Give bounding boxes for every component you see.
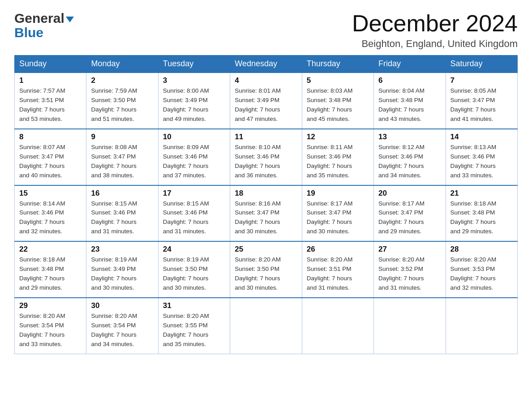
calendar-cell: 10Sunrise: 8:09 AMSunset: 3:46 PMDayligh…	[158, 129, 230, 185]
calendar-header-row: SundayMondayTuesdayWednesdayThursdayFrid…	[15, 56, 518, 73]
day-number: 9	[91, 133, 153, 141]
day-info: Sunrise: 7:59 AMSunset: 3:50 PMDaylight:…	[91, 86, 153, 124]
title-block: December 2024 Beighton, England, United …	[352, 11, 518, 50]
day-number: 2	[91, 76, 153, 85]
calendar-cell: 1Sunrise: 7:57 AMSunset: 3:51 PMDaylight…	[15, 73, 86, 129]
logo-triangle-icon	[66, 17, 74, 22]
calendar-cell: 27Sunrise: 8:20 AMSunset: 3:52 PMDayligh…	[374, 241, 446, 298]
day-number: 12	[307, 133, 369, 141]
day-info: Sunrise: 8:17 AMSunset: 3:47 PMDaylight:…	[378, 199, 441, 237]
day-info: Sunrise: 7:57 AMSunset: 3:51 PMDaylight:…	[19, 86, 82, 124]
day-number: 3	[163, 76, 225, 85]
calendar-cell: 5Sunrise: 8:03 AMSunset: 3:48 PMDaylight…	[302, 73, 373, 129]
col-header-wednesday: Wednesday	[230, 56, 302, 73]
calendar-cell: 15Sunrise: 8:14 AMSunset: 3:46 PMDayligh…	[15, 185, 86, 242]
day-info: Sunrise: 8:20 AMSunset: 3:52 PMDaylight:…	[378, 255, 441, 293]
calendar-cell: 31Sunrise: 8:20 AMSunset: 3:55 PMDayligh…	[158, 298, 230, 354]
day-number: 15	[19, 189, 82, 198]
col-header-sunday: Sunday	[15, 56, 86, 73]
calendar-week-row: 22Sunrise: 8:18 AMSunset: 3:48 PMDayligh…	[15, 241, 518, 298]
day-info: Sunrise: 8:15 AMSunset: 3:46 PMDaylight:…	[91, 199, 153, 237]
day-info: Sunrise: 8:14 AMSunset: 3:46 PMDaylight:…	[19, 199, 82, 237]
calendar-cell: 8Sunrise: 8:07 AMSunset: 3:47 PMDaylight…	[15, 129, 86, 185]
logo: General Blue	[14, 11, 74, 39]
day-info: Sunrise: 8:18 AMSunset: 3:48 PMDaylight:…	[450, 199, 513, 237]
calendar-cell: 20Sunrise: 8:17 AMSunset: 3:47 PMDayligh…	[374, 185, 446, 242]
calendar-cell: 16Sunrise: 8:15 AMSunset: 3:46 PMDayligh…	[86, 185, 158, 242]
calendar-cell	[230, 298, 302, 354]
day-number: 27	[378, 245, 441, 254]
col-header-tuesday: Tuesday	[158, 56, 230, 73]
month-title: December 2024	[352, 11, 518, 36]
calendar-cell: 11Sunrise: 8:10 AMSunset: 3:46 PMDayligh…	[230, 129, 302, 185]
day-number: 11	[235, 133, 297, 141]
calendar-cell: 18Sunrise: 8:16 AMSunset: 3:47 PMDayligh…	[230, 185, 302, 242]
calendar-cell: 24Sunrise: 8:19 AMSunset: 3:50 PMDayligh…	[158, 241, 230, 298]
day-number: 31	[163, 301, 225, 310]
calendar-cell: 9Sunrise: 8:08 AMSunset: 3:47 PMDaylight…	[86, 129, 158, 185]
calendar-table: SundayMondayTuesdayWednesdayThursdayFrid…	[14, 55, 518, 354]
calendar-cell: 30Sunrise: 8:20 AMSunset: 3:54 PMDayligh…	[86, 298, 158, 354]
day-info: Sunrise: 8:15 AMSunset: 3:46 PMDaylight:…	[163, 199, 225, 237]
calendar-cell	[374, 298, 446, 354]
calendar-cell: 17Sunrise: 8:15 AMSunset: 3:46 PMDayligh…	[158, 185, 230, 242]
day-info: Sunrise: 8:11 AMSunset: 3:46 PMDaylight:…	[307, 143, 369, 180]
calendar-week-row: 1Sunrise: 7:57 AMSunset: 3:51 PMDaylight…	[15, 73, 518, 129]
day-number: 4	[235, 76, 297, 85]
logo-general: General	[14, 11, 64, 26]
calendar-cell: 21Sunrise: 8:18 AMSunset: 3:48 PMDayligh…	[446, 185, 517, 242]
day-number: 23	[91, 245, 153, 254]
day-number: 10	[163, 133, 225, 141]
calendar-cell: 28Sunrise: 8:20 AMSunset: 3:53 PMDayligh…	[446, 241, 517, 298]
day-info: Sunrise: 8:19 AMSunset: 3:50 PMDaylight:…	[163, 255, 225, 293]
calendar-cell: 14Sunrise: 8:13 AMSunset: 3:46 PMDayligh…	[446, 129, 517, 185]
day-info: Sunrise: 8:04 AMSunset: 3:48 PMDaylight:…	[378, 86, 441, 124]
calendar-cell: 4Sunrise: 8:01 AMSunset: 3:49 PMDaylight…	[230, 73, 302, 129]
day-number: 17	[163, 189, 225, 198]
calendar-week-row: 29Sunrise: 8:20 AMSunset: 3:54 PMDayligh…	[15, 298, 518, 354]
day-number: 25	[235, 245, 297, 254]
day-info: Sunrise: 8:16 AMSunset: 3:47 PMDaylight:…	[235, 199, 297, 237]
day-info: Sunrise: 8:20 AMSunset: 3:50 PMDaylight:…	[235, 255, 297, 293]
day-info: Sunrise: 8:01 AMSunset: 3:49 PMDaylight:…	[235, 86, 297, 124]
day-number: 24	[163, 245, 225, 254]
day-info: Sunrise: 8:20 AMSunset: 3:51 PMDaylight:…	[307, 255, 369, 293]
calendar-cell: 13Sunrise: 8:12 AMSunset: 3:46 PMDayligh…	[374, 129, 446, 185]
calendar-week-row: 15Sunrise: 8:14 AMSunset: 3:46 PMDayligh…	[15, 185, 518, 242]
day-info: Sunrise: 8:07 AMSunset: 3:47 PMDaylight:…	[19, 143, 82, 180]
day-number: 28	[450, 245, 513, 254]
calendar-cell: 25Sunrise: 8:20 AMSunset: 3:50 PMDayligh…	[230, 241, 302, 298]
day-number: 5	[307, 76, 369, 85]
day-info: Sunrise: 8:13 AMSunset: 3:46 PMDaylight:…	[450, 143, 513, 180]
day-info: Sunrise: 8:10 AMSunset: 3:46 PMDaylight:…	[235, 143, 297, 180]
day-info: Sunrise: 8:12 AMSunset: 3:46 PMDaylight:…	[378, 143, 441, 180]
calendar-cell: 26Sunrise: 8:20 AMSunset: 3:51 PMDayligh…	[302, 241, 373, 298]
day-info: Sunrise: 8:20 AMSunset: 3:55 PMDaylight:…	[163, 312, 225, 349]
day-number: 26	[307, 245, 369, 254]
calendar-cell: 7Sunrise: 8:05 AMSunset: 3:47 PMDaylight…	[446, 73, 517, 129]
day-number: 7	[450, 76, 513, 85]
day-info: Sunrise: 8:20 AMSunset: 3:53 PMDaylight:…	[450, 255, 513, 293]
col-header-friday: Friday	[374, 56, 446, 73]
calendar-cell: 23Sunrise: 8:19 AMSunset: 3:49 PMDayligh…	[86, 241, 158, 298]
logo-blue: Blue	[14, 26, 43, 39]
calendar-week-row: 8Sunrise: 8:07 AMSunset: 3:47 PMDaylight…	[15, 129, 518, 185]
day-number: 22	[19, 245, 82, 254]
day-info: Sunrise: 8:08 AMSunset: 3:47 PMDaylight:…	[91, 143, 153, 180]
calendar-cell: 6Sunrise: 8:04 AMSunset: 3:48 PMDaylight…	[374, 73, 446, 129]
calendar-cell: 2Sunrise: 7:59 AMSunset: 3:50 PMDaylight…	[86, 73, 158, 129]
col-header-thursday: Thursday	[302, 56, 373, 73]
day-number: 20	[378, 189, 441, 198]
col-header-saturday: Saturday	[446, 56, 517, 73]
location: Beighton, England, United Kingdom	[352, 38, 518, 50]
calendar-cell: 3Sunrise: 8:00 AMSunset: 3:49 PMDaylight…	[158, 73, 230, 129]
day-info: Sunrise: 8:05 AMSunset: 3:47 PMDaylight:…	[450, 86, 513, 124]
calendar-cell	[302, 298, 373, 354]
page-header: General Blue December 2024 Beighton, Eng…	[14, 11, 518, 50]
day-number: 6	[378, 76, 441, 85]
day-number: 13	[378, 133, 441, 141]
day-info: Sunrise: 8:09 AMSunset: 3:46 PMDaylight:…	[163, 143, 225, 180]
day-number: 14	[450, 133, 513, 141]
calendar-cell: 29Sunrise: 8:20 AMSunset: 3:54 PMDayligh…	[15, 298, 86, 354]
day-number: 1	[19, 76, 82, 85]
